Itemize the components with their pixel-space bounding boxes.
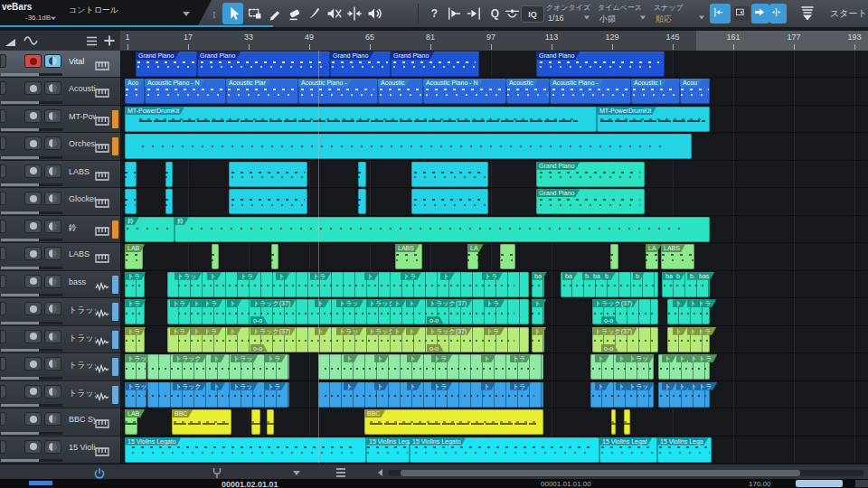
monitor-button[interactable]	[44, 330, 61, 343]
clip-event[interactable]: babb.bas	[662, 272, 710, 297]
range-tool[interactable]	[244, 3, 265, 24]
dropdown-quantize[interactable]: クオンタイズ1/16	[546, 0, 591, 27]
transport-button-2[interactable]	[855, 480, 868, 487]
record-arm-button[interactable]	[24, 412, 42, 426]
clip-event[interactable]: トトトラ	[667, 299, 710, 324]
clip-event[interactable]: Acou	[680, 79, 710, 104]
clip-event[interactable]: トトトトラ	[658, 382, 710, 408]
clip-event[interactable]: 鈴	[125, 217, 175, 242]
clip-event[interactable]	[500, 244, 515, 269]
clip-event[interactable]: Grand Piano	[330, 52, 391, 77]
clip-event[interactable]	[165, 162, 173, 187]
record-arm-button[interactable]	[24, 192, 42, 205]
sine-wave-icon[interactable]	[24, 34, 39, 51]
editor-tab[interactable]: veBars -36.1dB コントロール	[0, 0, 212, 27]
record-arm-button[interactable]	[24, 275, 42, 288]
row-edge-button[interactable]	[0, 164, 6, 178]
knife-tool[interactable]	[304, 3, 325, 24]
track-row[interactable]: トラック	[0, 298, 120, 325]
clip-event[interactable]: トラトトラトトラック(37)o-oトトラットラックトトトラック(37)o-oトラ	[167, 327, 529, 352]
clip-event[interactable]: トラックトトラットラ	[147, 354, 289, 380]
record-arm-button[interactable]	[24, 164, 42, 178]
row-edge-button[interactable]	[0, 412, 6, 426]
record-arm-button[interactable]	[24, 357, 42, 371]
follow-button[interactable]	[751, 4, 769, 23]
clip-event[interactable]	[125, 134, 692, 159]
volume-slider[interactable]	[1, 404, 62, 407]
clip-event[interactable]	[358, 162, 366, 187]
macro-button[interactable]	[503, 3, 522, 24]
clip-event[interactable]: トラットトラトトラトトラトトラ	[167, 272, 529, 297]
monitor-button[interactable]	[44, 247, 61, 260]
volume-slider[interactable]	[1, 101, 62, 104]
clip-event[interactable]	[610, 244, 618, 269]
eraser-tool[interactable]	[284, 3, 305, 24]
clip-event[interactable]: ト	[532, 299, 544, 324]
chevron-down-icon[interactable]	[293, 471, 300, 475]
clip-event[interactable]: Acoustic	[506, 79, 550, 104]
clip-event[interactable]	[125, 162, 137, 187]
record-arm-button[interactable]	[24, 220, 42, 233]
dropdown-caret-icon[interactable]	[699, 16, 704, 20]
row-edge-button[interactable]	[0, 302, 6, 315]
arrangement-area[interactable]: Grand PianoGrand PianoGrand PianoGrand P…	[120, 51, 868, 464]
row-edge-button[interactable]	[0, 220, 6, 233]
clip-event[interactable]	[624, 409, 630, 435]
volume-slider[interactable]	[1, 322, 62, 324]
dropdown-caret-icon[interactable]	[640, 16, 646, 20]
clip-event[interactable]: BBC	[172, 409, 231, 435]
track-row[interactable]: LABS	[0, 243, 120, 270]
clip-event[interactable]: トトトトラトトラ	[318, 354, 543, 380]
scrollbar-handle[interactable]	[401, 470, 800, 476]
clip-event[interactable]: Grand Piano	[536, 52, 665, 77]
dropdown-timebase[interactable]: タイムベース小節	[598, 0, 647, 27]
volume-slider[interactable]	[1, 73, 62, 76]
track-row[interactable]: トラック	[0, 353, 120, 380]
clip-event[interactable]: LAB	[125, 409, 137, 435]
monitor-button[interactable]	[44, 440, 61, 454]
clip-event[interactable]: 15 Violins Lega	[657, 437, 712, 463]
panel-toggle-button[interactable]	[734, 6, 750, 21]
clip-event[interactable]: ba	[532, 272, 544, 297]
clip-event[interactable]: トラック(37)o-o	[592, 327, 658, 352]
row-edge-button[interactable]	[0, 357, 6, 371]
clip-event[interactable]: トラッ	[125, 382, 146, 408]
volume-slider[interactable]	[1, 128, 62, 131]
row-edge-button[interactable]	[0, 54, 6, 68]
record-arm-button[interactable]	[24, 247, 42, 260]
clip-event[interactable]: Acoustic Piano - N	[145, 79, 226, 104]
clip-event[interactable]	[267, 409, 274, 435]
monitor-button[interactable]	[44, 275, 61, 288]
track-row[interactable]: トラック	[0, 381, 120, 408]
clip-event[interactable]: トトトラッ	[590, 382, 654, 408]
clip-event[interactable]: MT-PowerDrumKit	[597, 107, 710, 132]
clip-event[interactable]: トトトトラトトラ	[318, 382, 543, 408]
clip-event[interactable]: Grand Piano	[136, 52, 197, 77]
clip-event[interactable]: ト	[532, 327, 544, 352]
clip-event[interactable]: 15 Violins Legat	[366, 437, 410, 463]
clip-event[interactable]: Acoustic I	[631, 79, 680, 104]
record-arm-button[interactable]	[24, 440, 42, 454]
clip-event[interactable]: Grand Piano	[197, 52, 330, 77]
row-edge-button[interactable]	[0, 136, 6, 150]
transport-indicator[interactable]	[29, 481, 52, 485]
dropdown-caret-icon[interactable]	[584, 16, 590, 20]
clip-event[interactable]	[251, 409, 260, 435]
monitor-button[interactable]	[44, 164, 61, 178]
row-edge-button[interactable]	[0, 440, 6, 454]
clip-event[interactable]: Aco	[125, 79, 145, 104]
monitor-button[interactable]	[44, 302, 61, 315]
pencil-tool[interactable]	[264, 3, 285, 24]
monitor-button[interactable]	[44, 220, 61, 233]
clip-event[interactable]: LA	[646, 244, 658, 269]
row-edge-button[interactable]	[0, 81, 6, 95]
mute-tool[interactable]	[324, 3, 344, 24]
clip-event[interactable]: トラ	[125, 272, 145, 297]
record-arm-button[interactable]	[24, 330, 42, 343]
clip-event[interactable]: LABS	[661, 244, 694, 269]
add-track-icon[interactable]	[103, 34, 116, 51]
clip-event[interactable]: Acoustic	[378, 79, 423, 104]
clip-event[interactable]	[358, 189, 366, 214]
monitor-button[interactable]	[44, 385, 61, 399]
track-row[interactable]: MT-Pow..mKit	[0, 106, 120, 133]
